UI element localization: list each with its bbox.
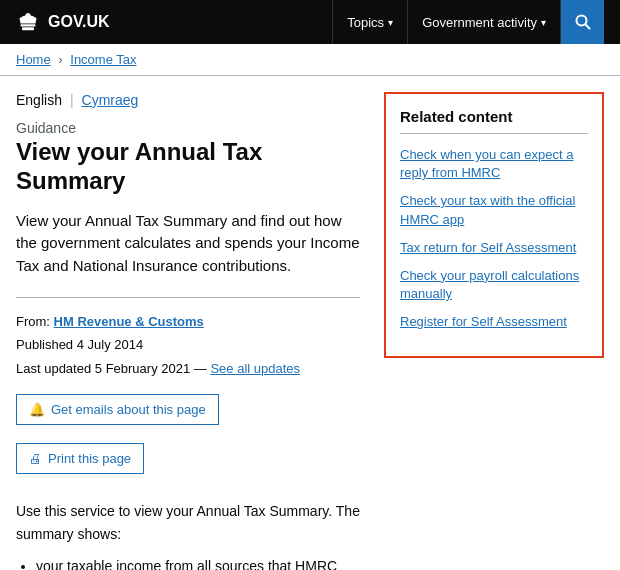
header-nav: Topics Government activity <box>332 0 604 44</box>
related-link-4[interactable]: Register for Self Assessment <box>400 313 588 331</box>
related-content-box: Related content Check when you can expec… <box>384 92 604 358</box>
print-icon: 🖨 <box>29 451 42 466</box>
metadata-section: From: HM Revenue & Customs Published 4 J… <box>16 297 360 380</box>
language-toggle: English | Cymraeg <box>16 92 360 108</box>
email-button[interactable]: 🔔 Get emails about this page <box>16 394 219 425</box>
lang-divider: | <box>70 92 74 108</box>
page-description: View your Annual Tax Summary and find ou… <box>16 210 360 278</box>
body-intro: Use this service to view your Annual Tax… <box>16 500 360 545</box>
related-content-title: Related content <box>400 108 588 134</box>
email-button-wrapper: 🔔 Get emails about this page <box>16 394 360 435</box>
search-button[interactable] <box>560 0 604 44</box>
breadcrumb-section[interactable]: Income Tax <box>70 52 136 67</box>
from-org-link[interactable]: HM Revenue & Customs <box>54 314 204 329</box>
published-line: Published 4 July 2014 <box>16 333 360 356</box>
related-link-0[interactable]: Check when you can expect a reply from H… <box>400 146 588 182</box>
search-icon <box>574 13 592 31</box>
bell-icon: 🔔 <box>29 402 45 417</box>
lang-english: English <box>16 92 62 108</box>
breadcrumb-home[interactable]: Home <box>16 52 51 67</box>
gov-activity-nav-item[interactable]: Government activity <box>407 0 560 44</box>
svg-line-3 <box>585 25 590 30</box>
list-item: your taxable income from all sources tha… <box>36 555 360 570</box>
see-all-updates-link[interactable]: See all updates <box>210 361 300 376</box>
svg-rect-1 <box>22 27 34 30</box>
site-header: GOV.UK Topics Government activity <box>0 0 620 44</box>
guidance-label: Guidance <box>16 120 360 136</box>
logo-text: GOV.UK <box>48 13 110 31</box>
topics-nav-item[interactable]: Topics <box>332 0 407 44</box>
page-title: View your Annual Tax Summary <box>16 138 360 196</box>
print-button[interactable]: 🖨 Print this page <box>16 443 144 474</box>
svg-point-2 <box>576 16 586 26</box>
breadcrumb: Home › Income Tax <box>0 44 620 76</box>
gov-uk-logo[interactable]: GOV.UK <box>16 10 110 34</box>
main-content: English | Cymraeg Guidance View your Ann… <box>0 76 620 570</box>
related-link-1[interactable]: Check your tax with the official HMRC ap… <box>400 192 588 228</box>
lang-welsh[interactable]: Cymraeg <box>82 92 139 108</box>
breadcrumb-separator: › <box>58 52 66 67</box>
from-line: From: HM Revenue & Customs <box>16 310 360 333</box>
body-content: Use this service to view your Annual Tax… <box>16 500 360 570</box>
svg-rect-0 <box>21 24 36 26</box>
content-area: English | Cymraeg Guidance View your Ann… <box>16 92 360 570</box>
bullet-list: your taxable income from all sources tha… <box>36 555 360 570</box>
crown-icon <box>16 10 40 34</box>
related-link-2[interactable]: Tax return for Self Assessment <box>400 239 588 257</box>
print-button-wrapper: 🖨 Print this page <box>16 443 360 484</box>
updated-line: Last updated 5 February 2021 — See all u… <box>16 357 360 380</box>
sidebar: Related content Check when you can expec… <box>384 92 604 570</box>
related-link-3[interactable]: Check your payroll calculations manually <box>400 267 588 303</box>
from-label: From: <box>16 314 50 329</box>
